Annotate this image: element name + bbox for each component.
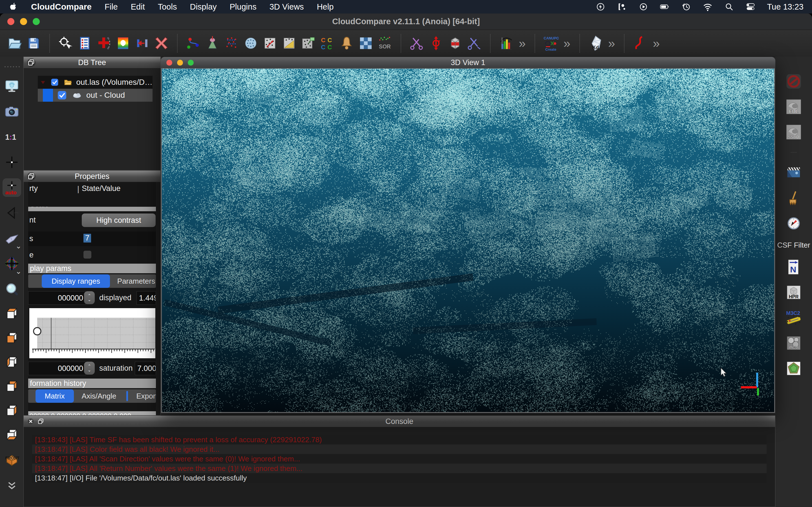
- hpr-button[interactable]: HPR: [786, 284, 802, 300]
- overflow-chevron-icon[interactable]: »: [608, 36, 615, 51]
- auto-pick-center-button[interactable]: auto: [4, 180, 19, 195]
- tree-item-file[interactable]: out.las (/Volumes/D…: [32, 76, 153, 89]
- menu-tools[interactable]: Tools: [158, 2, 177, 11]
- pcv-button[interactable]: PCV: [786, 335, 802, 351]
- float-panel-icon[interactable]: [27, 172, 36, 180]
- more-views-button[interactable]: [4, 477, 19, 493]
- apply-transformation-icon[interactable]: [135, 36, 150, 51]
- canupo-create-icon[interactable]: CANUPOCreate: [543, 36, 559, 51]
- merge-icon[interactable]: [96, 36, 112, 51]
- close-console-icon[interactable]: [27, 418, 35, 425]
- interpolate-colors-icon[interactable]: [358, 36, 373, 51]
- expand-chevron-icon[interactable]: ⌄: [15, 269, 22, 274]
- expand-chevron-icon[interactable]: ⌄: [15, 243, 22, 249]
- db-tree-header[interactable]: DB Tree: [24, 57, 160, 68]
- display-settings-button[interactable]: [4, 78, 19, 94]
- float-panel-icon[interactable]: [27, 58, 36, 67]
- minimize-window-button[interactable]: [20, 18, 27, 25]
- view-front-button[interactable]: [5, 331, 19, 345]
- clipping-box-icon[interactable]: [448, 36, 463, 51]
- visible-checkbox[interactable]: [84, 251, 91, 259]
- color-scales-icon[interactable]: CCCC: [320, 36, 335, 51]
- clone-icon[interactable]: [77, 36, 93, 51]
- animation-button[interactable]: [786, 165, 802, 180]
- view-bottom-button[interactable]: [5, 428, 19, 442]
- overflow-chevron-icon[interactable]: »: [563, 36, 570, 51]
- contour-plot-icon[interactable]: [632, 36, 648, 51]
- cross-section-icon[interactable]: [467, 36, 482, 51]
- float-panel-icon[interactable]: [37, 418, 45, 425]
- toolbar-grip-icon[interactable]: [4, 65, 20, 68]
- tab-axis-angle[interactable]: Axis/Angle: [74, 389, 124, 403]
- edl-button[interactable]: EDL: [786, 99, 802, 115]
- kd-tree-icon[interactable]: Kd: [588, 36, 603, 51]
- checkbox-checked-icon[interactable]: [50, 77, 59, 87]
- rotation-lock-button[interactable]: ⌄: [4, 256, 19, 271]
- facets-button[interactable]: [786, 360, 802, 376]
- compass-button[interactable]: [786, 216, 802, 231]
- app-menu[interactable]: CloudCompare: [31, 2, 92, 11]
- menu-3d-views[interactable]: 3D Views: [269, 2, 304, 11]
- tree-item-label[interactable]: out - Cloud: [86, 91, 125, 100]
- compute-normals-icon[interactable]: [205, 36, 220, 51]
- menu-help[interactable]: Help: [317, 2, 334, 11]
- tab-matrix[interactable]: Matrix: [36, 389, 74, 403]
- expander-icon[interactable]: [40, 78, 47, 87]
- perspective-button[interactable]: ⌄: [4, 231, 19, 246]
- search-icon[interactable]: [724, 2, 734, 12]
- saturation-min-input[interactable]: 000000: [28, 362, 86, 375]
- properties-header[interactable]: Properties: [24, 171, 160, 182]
- battery-power-icon[interactable]: [596, 2, 606, 12]
- label-points-icon[interactable]: [262, 36, 278, 51]
- battery-icon[interactable]: [660, 2, 670, 12]
- matrix-values-row[interactable]: 00000 0.000000 0.000000 0.000: [28, 411, 156, 415]
- point-list-picking-icon[interactable]: [301, 36, 316, 51]
- view-left-button[interactable]: [5, 355, 19, 369]
- console-header[interactable]: Console: [24, 416, 775, 427]
- saturation-max-input[interactable]: 7.00000: [135, 362, 156, 375]
- set-colors-icon[interactable]: [186, 36, 201, 51]
- view-right-button[interactable]: [5, 404, 19, 418]
- view-iso-front-button[interactable]: FRONT: [4, 452, 19, 467]
- tree-item-cloud[interactable]: out - Cloud: [32, 89, 153, 102]
- steps-input[interactable]: 7: [84, 234, 91, 242]
- screenshot-button[interactable]: [4, 104, 19, 119]
- menu-display[interactable]: Display: [190, 2, 216, 11]
- ssao-button[interactable]: SSAO: [786, 124, 802, 140]
- overflow-chevron-icon[interactable]: »: [519, 36, 525, 51]
- sor-filter-icon[interactable]: SOR: [377, 36, 393, 51]
- open-file-icon[interactable]: [7, 36, 22, 51]
- point-picking-icon[interactable]: [58, 36, 73, 51]
- color-scale-select[interactable]: High contrast: [82, 214, 156, 227]
- octree-icon[interactable]: [224, 36, 239, 51]
- zoom-1-1-button[interactable]: 1:1: [4, 129, 19, 145]
- playback-icon[interactable]: [638, 2, 649, 12]
- tab-export[interactable]: Export: [129, 389, 156, 403]
- minimize-view-button[interactable]: [177, 60, 183, 66]
- zoom-window-button[interactable]: [33, 18, 40, 25]
- menu-edit[interactable]: Edit: [131, 2, 145, 11]
- close-window-button[interactable]: [7, 18, 14, 25]
- delete-icon[interactable]: [154, 36, 169, 51]
- close-view-button[interactable]: [166, 60, 172, 66]
- clean-button[interactable]: [786, 190, 802, 206]
- menu-plugins[interactable]: Plugins: [230, 2, 257, 11]
- segment-icon[interactable]: [409, 36, 424, 51]
- display-min-stepper[interactable]: ⌃ ⌄: [84, 291, 95, 304]
- 3d-view-titlebar[interactable]: 3D View 1: [161, 57, 775, 68]
- noise-filter-icon[interactable]: [339, 36, 354, 51]
- best-fit-plane-icon[interactable]: [282, 36, 297, 51]
- tab-display-ranges[interactable]: Display ranges: [42, 274, 110, 288]
- disable-filters-button[interactable]: [786, 73, 802, 89]
- tab-parameters[interactable]: Parameters: [113, 274, 156, 288]
- window-titlebar[interactable]: CloudCompare v2.11.1 (Anoia) [64-bit]: [0, 13, 812, 30]
- onepassword-icon[interactable]: [617, 2, 627, 12]
- interactive-transformation-icon[interactable]: [428, 36, 444, 51]
- display-max-input[interactable]: 1.44943: [137, 291, 156, 305]
- time-machine-icon[interactable]: [681, 2, 691, 12]
- checkbox-checked-icon[interactable]: [57, 90, 67, 100]
- menubar-clock[interactable]: Tue 13:23: [767, 2, 804, 11]
- histogram-icon[interactable]: [499, 36, 514, 51]
- tree-item-label[interactable]: out.las (/Volumes/D…: [76, 78, 153, 87]
- display-min-input[interactable]: 000000: [28, 291, 86, 305]
